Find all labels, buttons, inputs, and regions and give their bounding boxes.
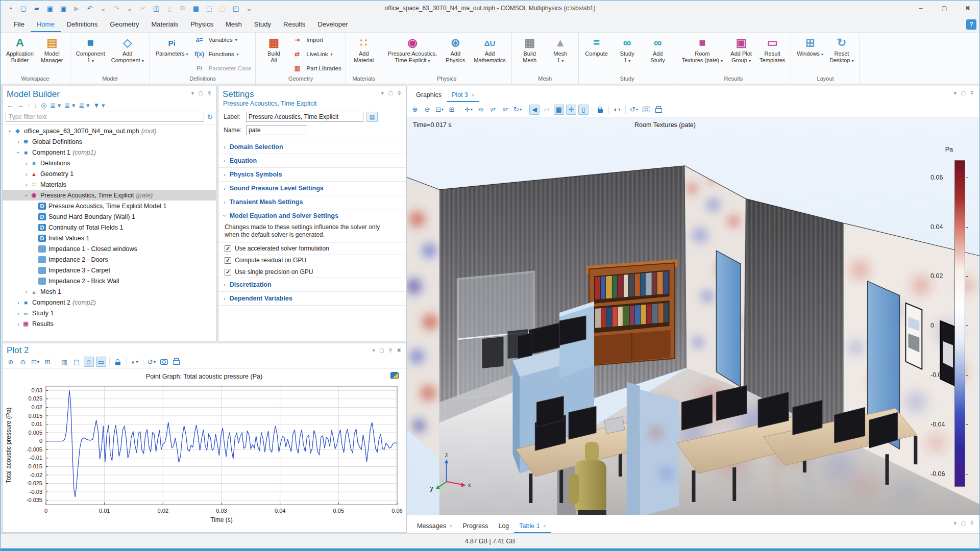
variables-item[interactable]: a=Variables▾ — [193, 35, 252, 45]
close-tab-icon[interactable]: × — [449, 523, 452, 529]
tree-node[interactable]: ›◆office_space_63_30T0_N4_ma_out.mph(roo… — [3, 126, 216, 136]
ribbon-button-add-material[interactable]: ∷AddMaterial — [349, 34, 379, 74]
tree-expander-icon[interactable]: › — [15, 149, 21, 156]
label-input[interactable] — [246, 112, 363, 122]
tab-table-1[interactable]: Table 1× — [514, 519, 551, 533]
zoom-in-icon[interactable]: ⊕ — [6, 357, 16, 367]
paste-icon[interactable]: ▯ — [164, 3, 175, 13]
tree-expander-icon[interactable]: › — [15, 139, 22, 145]
section-header-dependent-variables[interactable]: ›Dependent Variables — [218, 292, 406, 305]
tree-node[interactable]: ›∷Materials — [3, 179, 216, 190]
tree-node[interactable]: ›⊕Global Definitions — [3, 136, 216, 147]
snapshot-icon[interactable] — [641, 105, 651, 115]
deselect-box-icon[interactable]: ⬚ — [217, 3, 228, 13]
sound-icon[interactable]: ◀ — [529, 105, 540, 115]
ribbon-button-add-study[interactable]: ∞AddStudy — [643, 34, 673, 74]
section-header-transient-mesh-settings[interactable]: ›Transient Mesh Settings — [218, 195, 406, 209]
tree-node[interactable]: DInitial Values 1 — [3, 233, 216, 243]
tree-expander-icon[interactable]: › — [15, 310, 22, 316]
checkbox-row[interactable]: ✓Compute residual on GPU — [218, 254, 406, 266]
ribbon-button-result-templates[interactable]: ▭ResultTemplates — [757, 34, 788, 74]
forward-icon[interactable]: → — [17, 102, 23, 109]
transparency-icon[interactable]: ▱ — [542, 105, 552, 115]
menu-item-home[interactable]: Home — [31, 17, 61, 32]
view-orientation-icon[interactable]: ✛▾ — [463, 105, 474, 115]
panel-window-icons[interactable]: ▾ ▢ ⚲ ✖ — [372, 347, 403, 353]
scene-light-icon[interactable]: ↺▾ — [629, 105, 639, 115]
ribbon-button-mesh-1[interactable]: ▲Mesh1 ▾ — [546, 34, 575, 74]
panel-window-icons[interactable]: ▾ ▢ ⚲ — [954, 520, 975, 526]
zoom-box-icon[interactable]: ⊡▾ — [434, 105, 445, 115]
filter-icon[interactable]: ▼ ▾ — [93, 102, 105, 109]
ribbon-button-study-1[interactable]: ∞Study1 ▾ — [612, 34, 642, 74]
ribbon-button-model-manager[interactable]: ▤ModelManager — [37, 34, 67, 74]
tree-node[interactable]: ›≡Definitions — [3, 158, 216, 168]
panel-window-icons[interactable]: ▾ ▢ ⚲ — [381, 90, 403, 96]
lock-icon[interactable] — [595, 105, 605, 115]
y-grid-icon[interactable]: ▤ — [71, 357, 82, 367]
menu-item-physics[interactable]: Physics — [184, 17, 219, 32]
redo-icon[interactable]: ↷ — [111, 3, 122, 13]
menu-item-definitions[interactable]: Definitions — [61, 17, 104, 32]
tree-node[interactable]: ›▲Geometry 1 — [3, 168, 216, 179]
section-header-discretization[interactable]: ›Discretization — [218, 278, 406, 291]
tree-expander-icon[interactable]: › — [15, 321, 22, 327]
ribbon-button-compute[interactable]: =Compute — [582, 34, 611, 74]
ribbon-button-room-textures-pate-[interactable]: ■RoomTextures (pate) ▾ — [679, 34, 725, 74]
show-axes-icon[interactable]: ✛ — [566, 105, 576, 115]
show-icon[interactable]: ◎ — [41, 102, 46, 109]
delete-icon[interactable]: ▦ — [190, 3, 202, 13]
color-legend-icon[interactable]: ▯ — [578, 105, 589, 115]
ribbon-button-add-physics[interactable]: ⊛AddPhysics — [440, 34, 470, 74]
ribbon-button-build-mesh[interactable]: ▦BuildMesh — [515, 34, 545, 74]
checkbox-icon[interactable]: ✓ — [225, 257, 231, 264]
section-header-domain-selection[interactable]: ›Domain Selection — [218, 140, 406, 154]
undo-caret-icon[interactable]: ⌄ — [97, 3, 109, 13]
collapse-icon[interactable]: ≣ ▾ — [64, 102, 75, 109]
tree-node[interactable]: ›◉Pressure Acoustics, Time Explicit(pate… — [3, 190, 216, 201]
ribbon-button-add-component[interactable]: ◇AddComponent ▾ — [109, 34, 146, 74]
checkbox-icon[interactable]: ✓ — [225, 269, 231, 276]
section-header-model-equation-and-solver-settings[interactable]: ›Model Equation and Solver Settings — [218, 209, 406, 222]
redo-caret-icon[interactable]: ⌄ — [124, 3, 135, 13]
zoom-out-icon[interactable]: ⊖ — [18, 357, 28, 367]
ribbon-button-parameters[interactable]: PiParameters ▾ — [153, 34, 191, 74]
duplicate-icon[interactable]: ⧉ — [177, 3, 188, 13]
tree-expander-icon[interactable]: › — [15, 299, 22, 306]
tree-expander-icon[interactable]: › — [23, 160, 30, 166]
tab-messages[interactable]: Messages× — [412, 519, 457, 533]
ribbon-button-reset-desktop[interactable]: ↻ResetDesktop ▾ — [827, 34, 856, 74]
menu-item-materials[interactable]: Materials — [145, 17, 184, 32]
tree-node[interactable]: ›■Component 1(comp1) — [3, 147, 216, 158]
menu-item-developer[interactable]: Developer — [311, 17, 354, 32]
point-graph-chart[interactable]: 0.030.0250.020.0150.010.0050-0.005-0.01-… — [3, 380, 407, 532]
ribbon-button-application-builder[interactable]: AApplicationBuilder — [4, 34, 36, 74]
app-logo-icon[interactable]: ◔ — [5, 3, 16, 13]
tree-node[interactable]: Impedance 2 - Doors — [3, 254, 216, 265]
tree-expander-icon[interactable]: › — [23, 192, 30, 199]
undo-icon[interactable]: ↶ — [84, 3, 95, 13]
save-icon[interactable]: ▣ — [44, 3, 56, 13]
close-tab-icon[interactable]: × — [471, 92, 474, 98]
help-button[interactable]: ? — [966, 19, 976, 30]
tab-plot-3[interactable]: Plot 3× — [447, 88, 479, 102]
ribbon-button-build-all[interactable]: ▦BuildAll — [259, 34, 288, 74]
ribbon-button-add-mathematics[interactable]: ΔUAddMathematics — [471, 34, 508, 74]
copy-icon[interactable]: ◫ — [151, 3, 162, 13]
search-doc-icon[interactable]: ◰ — [230, 3, 241, 13]
tab-graphics[interactable]: Graphics — [411, 88, 447, 102]
new-file-icon[interactable]: ▢ — [18, 3, 29, 13]
cut-icon[interactable]: ✂ — [137, 3, 149, 13]
menu-item-results[interactable]: Results — [277, 17, 311, 32]
rename-button[interactable]: ▤ — [366, 112, 378, 122]
import-item[interactable]: ⇥Import — [290, 35, 341, 45]
refresh-plot-icon[interactable]: ↺▾ — [146, 357, 157, 367]
maximize-button[interactable]: ▢ — [933, 1, 956, 16]
tree-node[interactable]: ›▲Mesh 1 — [3, 286, 216, 297]
yz-view-icon[interactable]: yz — [488, 105, 498, 115]
grid-icon[interactable]: ▦ — [554, 105, 564, 115]
graphics-viewport[interactable]: z x y Time=0.017 s Room Textures (pate) … — [407, 117, 979, 515]
menu-item-geometry[interactable]: Geometry — [104, 17, 145, 32]
minimize-button[interactable]: – — [909, 1, 933, 16]
panel-window-icons[interactable]: ▾ ▢ ⚲ — [191, 90, 213, 96]
